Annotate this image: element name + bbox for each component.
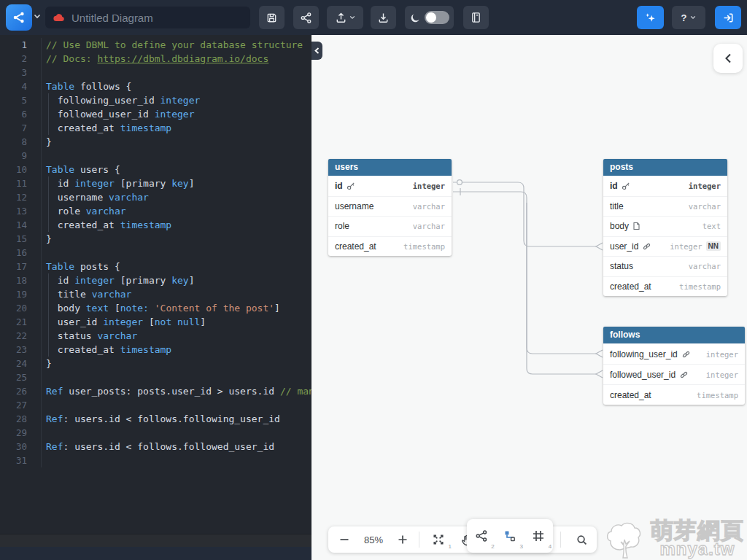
code-line[interactable]: 12 username varchar — [0, 190, 311, 204]
code-text: Table users { — [42, 163, 120, 176]
table-row[interactable]: titlevarchar — [603, 196, 727, 217]
ai-assistant-button[interactable] — [637, 6, 664, 29]
collapse-panel-button[interactable] — [713, 44, 743, 73]
save-button[interactable] — [259, 6, 285, 29]
code-line[interactable]: 17Table posts { — [0, 260, 311, 273]
fit-to-screen-button[interactable]: 1 — [427, 526, 449, 553]
diagram-canvas[interactable]: usersidintegerusernamevarcharrolevarchar… — [311, 35, 747, 560]
table-row[interactable]: followed_user_idinteger — [603, 364, 745, 384]
code-line[interactable]: 16 — [0, 246, 311, 260]
code-line[interactable]: 10Table users { — [0, 163, 311, 176]
table-header[interactable]: posts — [603, 159, 727, 176]
not-null-badge: NN — [706, 241, 721, 251]
relationship-edge[interactable] — [527, 203, 596, 374]
download-icon — [377, 12, 390, 24]
table-row[interactable]: idinteger — [328, 176, 452, 196]
code-line[interactable]: 7 created_at timestamp — [0, 121, 311, 135]
code-line[interactable]: 3 — [0, 66, 311, 79]
code-line[interactable]: 6 followed_user_id integer — [0, 107, 311, 121]
dark-mode-toggle[interactable] — [425, 11, 449, 24]
line-number: 26 — [0, 384, 42, 398]
code-text: body text [note: 'Content of the post'] — [42, 301, 280, 315]
app-logo-button[interactable] — [6, 4, 32, 31]
table-row[interactable]: idinteger — [603, 176, 727, 196]
export-button[interactable] — [327, 6, 363, 29]
watermark-url-text: mnya.tw — [651, 540, 744, 558]
table-row[interactable]: usernamevarchar — [328, 196, 452, 217]
db-table-posts[interactable]: postsidintegertitlevarcharbodytextuser_i… — [603, 159, 727, 296]
code-line[interactable]: 19 title varchar — [0, 287, 311, 301]
code-text — [42, 370, 46, 384]
code-line[interactable]: 21 user_id integer [not null] — [0, 315, 311, 329]
code-line[interactable]: 29 — [0, 426, 311, 440]
search-button[interactable] — [570, 526, 592, 553]
ai-sparkles-icon — [644, 12, 657, 24]
code-line[interactable]: 9 — [0, 149, 311, 163]
code-line[interactable]: 14 created_at timestamp — [0, 218, 311, 232]
code-line[interactable]: 25 — [0, 370, 311, 384]
code-line[interactable]: 23 created_at timestamp — [0, 343, 311, 357]
table-header[interactable]: follows — [603, 327, 745, 343]
share-button[interactable] — [293, 6, 319, 29]
code-line[interactable]: 24} — [0, 357, 311, 370]
docs-button[interactable] — [463, 6, 489, 29]
code-line[interactable]: 4Table follows { — [0, 79, 311, 93]
code-line[interactable]: 11 id integer [primary key] — [0, 176, 311, 190]
relationship-lines-button[interactable]: 3 — [499, 519, 521, 553]
db-table-follows[interactable]: followsfollowing_user_idintegerfollowed_… — [603, 327, 745, 405]
share-icon — [300, 12, 312, 24]
logo-dropdown-caret[interactable] — [34, 14, 41, 19]
field-type: integer — [689, 182, 721, 190]
relationship-edge[interactable] — [453, 192, 596, 354]
table-row[interactable]: created_attimestamp — [603, 276, 727, 297]
help-button[interactable]: ? — [672, 6, 705, 29]
code-text — [42, 398, 46, 412]
download-button[interactable] — [371, 6, 396, 29]
diagram-title-input[interactable] — [71, 12, 217, 24]
code-line[interactable]: 27 — [0, 398, 311, 412]
code-line[interactable]: 30Ref: users.id < follows.followed_user_… — [0, 440, 311, 454]
editor-collapse-tab[interactable] — [311, 42, 322, 60]
moon-icon — [410, 12, 421, 23]
code-text — [42, 149, 46, 163]
code-line[interactable]: 5 following_user_id integer — [0, 93, 311, 107]
table-row[interactable]: created_attimestamp — [328, 236, 452, 257]
table-row[interactable]: rolevarchar — [328, 216, 452, 236]
table-row[interactable]: user_idintegerNN — [603, 236, 727, 257]
code-line[interactable]: 8} — [0, 135, 311, 149]
line-number: 27 — [0, 398, 42, 412]
code-text: Ref user_posts: posts.user_id > users.id… — [42, 384, 311, 398]
line-number: 25 — [0, 370, 42, 384]
field-name: title — [610, 201, 624, 211]
toolbar-divider — [560, 532, 561, 548]
table-row[interactable]: statusvarchar — [603, 256, 727, 276]
code-line[interactable]: 26Ref user_posts: posts.user_id > users.… — [0, 384, 311, 398]
field-type: timestamp — [403, 242, 445, 251]
code-line[interactable]: 31 — [0, 454, 311, 467]
code-line[interactable]: 15} — [0, 232, 311, 246]
sign-in-button[interactable] — [715, 6, 741, 29]
table-row[interactable]: bodytext — [603, 216, 727, 236]
code-text — [42, 246, 46, 260]
diagram-title-field[interactable] — [45, 7, 250, 28]
table-row[interactable]: following_user_idinteger — [603, 343, 745, 364]
auto-arrange-button[interactable]: 2 — [471, 519, 492, 553]
code-line[interactable]: 28Ref: users.id < follows.following_user… — [0, 412, 311, 426]
code-line[interactable]: 2// Docs: https://dbml.dbdiagram.io/docs — [0, 52, 311, 66]
table-row[interactable]: created_attimestamp — [603, 384, 745, 405]
frame-button[interactable]: 4 — [527, 519, 549, 553]
db-table-users[interactable]: usersidintegerusernamevarcharrolevarchar… — [328, 159, 452, 256]
code-line[interactable]: 20 body text [note: 'Content of the post… — [0, 301, 311, 315]
code-line[interactable]: 22 status varchar — [0, 329, 311, 343]
code-line[interactable]: 13 role varchar — [0, 204, 311, 218]
zoom-in-button[interactable] — [392, 526, 413, 553]
zoom-out-button[interactable] — [334, 526, 355, 553]
frame-icon — [532, 529, 545, 542]
line-number: 28 — [0, 412, 42, 426]
table-header[interactable]: users — [328, 159, 452, 176]
code-line[interactable]: 1// Use DBML to define your database str… — [0, 38, 311, 52]
code-line[interactable]: 18 id integer [primary key] — [0, 273, 311, 287]
dbml-code-editor[interactable]: 1// Use DBML to define your database str… — [0, 35, 311, 547]
field-type: varchar — [689, 262, 721, 271]
zoom-level: 85% — [357, 526, 390, 553]
